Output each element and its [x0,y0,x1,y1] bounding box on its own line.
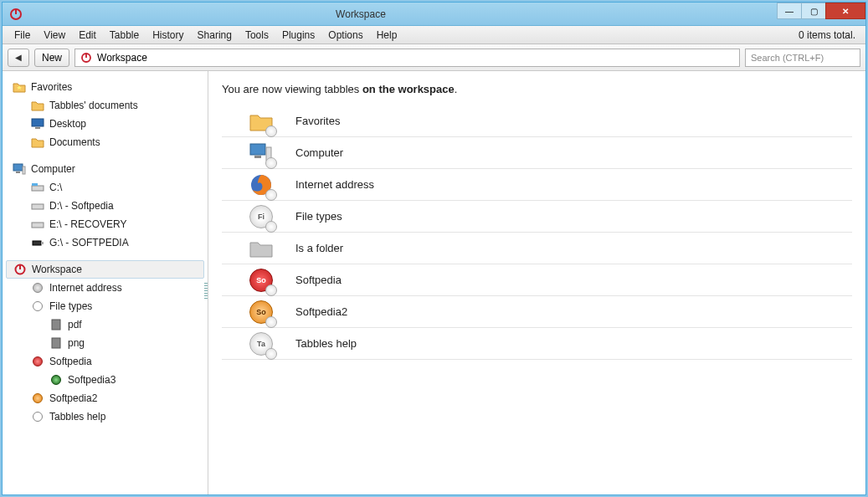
tree-softpedia[interactable]: Softpedia [3,352,208,371]
folder-icon [31,99,44,112]
tree-drive-c[interactable]: C:\ [3,178,208,197]
tree-drive-g[interactable]: G:\ - SOFTPEDIA [3,233,208,252]
drive-icon [31,199,44,213]
workspace-icon [80,52,92,64]
menu-view[interactable]: View [37,27,72,44]
menu-options[interactable]: Options [321,27,369,44]
sidebar-resize-handle[interactable] [204,283,208,300]
tree-group-computer: Computer C:\ D:\ - Softpedia E:\ - RECOV… [3,160,208,252]
tabble-softpedia[interactable]: So Softpedia [222,264,852,296]
close-button[interactable]: ✕ [825,3,865,19]
tabble-is-a-folder[interactable]: Is a folder [222,233,852,264]
tree-softpedia2[interactable]: Softpedia2 [3,389,208,407]
new-button[interactable]: New [34,49,69,67]
sidebar: Favorites Tabbles' documents Desktop Doc… [3,71,208,494]
tabble-internet-address[interactable]: Internet address [222,169,852,201]
circle-gray-tabbleshelp-icon: Ta [247,330,275,358]
svg-rect-6 [13,164,23,171]
svg-rect-19 [250,144,265,155]
svg-rect-9 [32,186,44,191]
circle-red-softpedia-icon: So [247,266,275,295]
computer-icon [13,162,26,176]
circle-gray-icon [31,281,44,295]
main-heading: You are now viewing tabbles on the works… [222,83,852,95]
file-icon [49,336,63,350]
tabble-computer[interactable]: Computer [222,137,852,169]
tree-drive-e[interactable]: E:\ - RECOVERY [3,215,208,233]
tree-file-types[interactable]: File types [3,297,208,315]
menu-file[interactable]: File [8,27,37,44]
tree-workspace[interactable]: Workspace [6,260,204,279]
address-bar[interactable]: Workspace [74,49,740,67]
svg-rect-18 [52,338,60,348]
computer-big-icon [247,139,275,167]
back-arrow-icon: ◀ [15,53,22,62]
svg-rect-12 [32,223,44,228]
window-controls: — ▢ ✕ [778,3,865,19]
tree-tabbles-help[interactable]: Tabbles help [3,407,208,426]
svg-rect-13 [33,241,41,245]
main-panel: You are now viewing tabbles on the works… [208,71,865,494]
menu-history[interactable]: History [146,27,190,44]
tree-tabbles-documents[interactable]: Tabbles' documents [3,96,208,115]
svg-rect-10 [32,183,38,186]
search-input[interactable]: Search (CTRL+F) [745,49,860,67]
maximize-button[interactable]: ▢ [801,3,826,19]
circle-red-icon [31,355,44,368]
svg-rect-4 [32,119,44,126]
svg-rect-20 [254,156,261,158]
tabble-tabbles-help[interactable]: Ta Tabbles help [222,328,852,360]
menu-tools[interactable]: Tools [239,27,275,44]
tree-png[interactable]: png [3,334,208,352]
tree-softpedia3[interactable]: Softpedia3 [3,371,208,389]
menu-edit[interactable]: Edit [72,27,103,44]
usb-icon [31,236,44,249]
menu-tabble[interactable]: Tabble [103,27,146,44]
minimize-button[interactable]: — [777,3,802,19]
circle-orange-icon [31,392,44,405]
circle-empty-icon [31,410,44,423]
back-button[interactable]: ◀ [8,49,29,67]
favorites-folder-icon [13,80,26,94]
tabble-softpedia2[interactable]: So Softpedia2 [222,296,852,328]
tree-group-favorites: Favorites Tabbles' documents Desktop Doc… [3,78,208,151]
titlebar[interactable]: Workspace — ▢ ✕ [3,3,865,26]
tree-internet-address[interactable]: Internet address [3,279,208,297]
tabble-file-types[interactable]: Fi File types [222,201,852,233]
menubar: File View Edit Tabble History Sharing To… [3,26,865,44]
circle-empty-icon [31,300,44,313]
content-body: Favorites Tabbles' documents Desktop Doc… [3,71,865,494]
svg-rect-14 [41,242,44,244]
menu-plugins[interactable]: Plugins [275,27,321,44]
tree-drive-d[interactable]: D:\ - Softpedia [3,197,208,215]
folder-gray-icon [247,234,275,263]
menu-help[interactable]: Help [370,27,404,44]
desktop-icon [31,117,44,131]
circle-green-icon [49,373,63,387]
svg-rect-11 [32,204,44,209]
status-items-total: 0 items total. [799,29,860,41]
app-window: Workspace — ▢ ✕ File View Edit Tabble Hi… [2,2,866,495]
tabble-favorites[interactable]: Favorites [222,105,852,137]
file-icon [49,318,63,331]
circle-orange-softpedia2-icon: So [247,298,275,326]
drive-icon [31,218,44,231]
tree-pdf[interactable]: pdf [3,315,208,334]
window-title: Workspace [28,8,778,20]
svg-rect-5 [35,127,40,129]
menu-sharing[interactable]: Sharing [191,27,239,44]
app-icon [9,8,23,21]
tree-desktop[interactable]: Desktop [3,115,208,133]
tree-computer[interactable]: Computer [3,160,208,178]
svg-rect-17 [52,320,60,330]
firefox-icon [247,171,275,199]
tree-documents[interactable]: Documents [3,133,208,151]
tree-group-workspace: Workspace Internet address File types pd… [3,260,208,426]
workspace-icon [13,263,27,276]
svg-rect-7 [16,172,20,173]
drive-c-icon [31,181,44,194]
toolbar: ◀ New Workspace Search (CTRL+F) [3,44,865,71]
tree-favorites[interactable]: Favorites [3,78,208,96]
circle-gray-filetypes-icon: Fi [247,202,275,231]
svg-rect-8 [23,167,25,174]
